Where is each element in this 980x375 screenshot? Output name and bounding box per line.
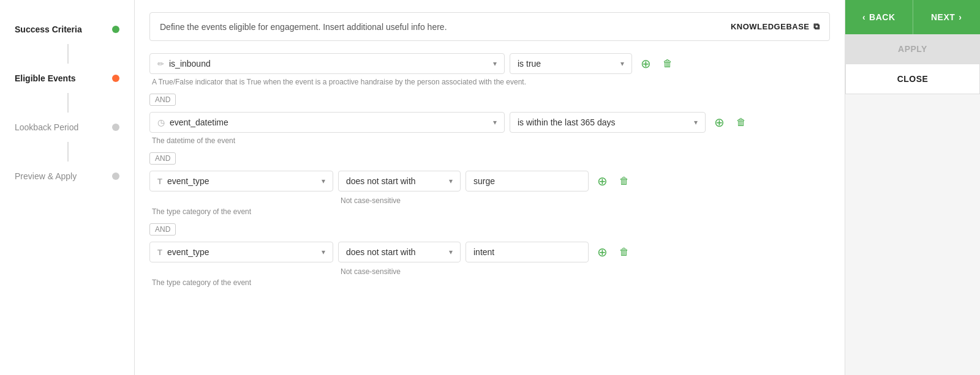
operator-select-event-type-1[interactable]: does not start with ▾ xyxy=(338,171,461,191)
field-select-event-type-1[interactable]: T event_type ▾ xyxy=(149,171,333,191)
close-button[interactable]: CLOSE xyxy=(845,64,980,94)
filter-row-2: ◷ event_datetime ▾ is within the last 36… xyxy=(149,112,830,133)
value-input-intent[interactable] xyxy=(466,242,589,262)
text-type-icon: T xyxy=(157,248,162,257)
sidebar-item-eligible-events[interactable]: Eligible Events xyxy=(0,64,134,93)
chevron-down-icon: ▾ xyxy=(322,177,325,185)
apply-button: APPLY xyxy=(845,34,980,64)
sidebar-item-lookback-period[interactable]: Lookback Period xyxy=(0,113,134,142)
operator-label-datetime: is within the last 365 days xyxy=(518,117,689,127)
add-filter-button-3[interactable]: ⊕ xyxy=(594,173,611,190)
sidebar-item-label: Success Criteria xyxy=(15,24,82,34)
top-buttons: ‹ BACK NEXT › xyxy=(845,0,980,34)
delete-filter-button-3[interactable]: 🗑 xyxy=(616,173,633,190)
knowledgebase-label: KNOWLEDGEBASE xyxy=(731,22,810,31)
filter-section-3: T event_type ▾ does not start with ▾ ⊕ 🗑… xyxy=(149,171,830,216)
operator-select-inbound[interactable]: is true ▾ xyxy=(510,53,632,74)
chevron-down-icon: ▾ xyxy=(322,248,325,256)
next-arrow-icon: › xyxy=(959,12,962,22)
chevron-down-icon: ▾ xyxy=(493,118,497,127)
external-link-icon: ⧉ xyxy=(813,21,820,32)
edit-icon: ✏ xyxy=(157,59,164,69)
sidebar: Success Criteria Eligible Events Lookbac… xyxy=(0,0,135,375)
chevron-down-icon: ▾ xyxy=(449,248,453,256)
operator-select-datetime[interactable]: is within the last 365 days ▾ xyxy=(510,112,706,133)
operator-select-event-type-2[interactable]: does not start with ▾ xyxy=(338,242,461,262)
close-label: CLOSE xyxy=(897,74,929,84)
header-description: Define the events eligible for engagemen… xyxy=(160,22,447,32)
text-type-icon: T xyxy=(157,177,162,186)
sidebar-item-label: Lookback Period xyxy=(15,122,78,132)
delete-filter-button-4[interactable]: 🗑 xyxy=(616,243,633,261)
sidebar-connector xyxy=(67,93,69,113)
filter-row-3: T event_type ▾ does not start with ▾ ⊕ 🗑 xyxy=(149,171,830,191)
sidebar-item-success-criteria[interactable]: Success Criteria xyxy=(0,15,134,44)
filter-3-sub: Not case-sensitive xyxy=(149,195,830,205)
header-bar: Define the events eligible for engagemen… xyxy=(149,12,830,41)
value-input-surge[interactable] xyxy=(466,171,589,191)
field-description-4: The type category of the event xyxy=(149,278,830,287)
sidebar-connector xyxy=(67,142,69,162)
back-label: BACK xyxy=(869,12,895,22)
add-filter-button-2[interactable]: ⊕ xyxy=(710,114,728,131)
filter-section-1: ✏ is_inbound ▾ is true ▾ ⊕ 🗑 A True/Fals… xyxy=(149,53,830,86)
add-filter-button-4[interactable]: ⊕ xyxy=(594,243,611,261)
field-select-inbound[interactable]: ✏ is_inbound ▾ xyxy=(149,53,505,74)
filter-4-sub: Not case-sensitive xyxy=(149,266,830,276)
field-select-event-type-2[interactable]: T event_type ▾ xyxy=(149,242,333,262)
apply-label: APPLY xyxy=(898,44,927,54)
knowledgebase-link[interactable]: KNOWLEDGEBASE ⧉ xyxy=(731,21,820,32)
filter-section-4: T event_type ▾ does not start with ▾ ⊕ 🗑… xyxy=(149,242,830,287)
filter-row-4: T event_type ▾ does not start with ▾ ⊕ 🗑 xyxy=(149,242,830,262)
operator-label-event-type-1: does not start with xyxy=(346,176,444,186)
field-label-datetime: event_datetime xyxy=(170,117,488,127)
not-case-sensitive-2: Not case-sensitive xyxy=(338,267,830,276)
main-content: Define the events eligible for engagemen… xyxy=(135,0,845,375)
right-panel: ‹ BACK NEXT › APPLY CLOSE xyxy=(845,0,980,375)
chevron-down-icon: ▾ xyxy=(449,177,453,185)
chevron-down-icon: ▾ xyxy=(493,59,497,68)
and-badge-1: AND xyxy=(149,94,176,106)
chevron-down-icon: ▾ xyxy=(620,59,624,68)
field-description-1: A True/False indicator that is True when… xyxy=(149,78,830,86)
eligible-events-dot xyxy=(112,75,119,82)
filter-section-2: ◷ event_datetime ▾ is within the last 36… xyxy=(149,112,830,145)
field-label-inbound: is_inbound xyxy=(169,59,488,69)
delete-filter-button-1[interactable]: 🗑 xyxy=(659,55,676,72)
clock-icon: ◷ xyxy=(157,117,165,127)
and-badge-2: AND xyxy=(149,152,176,165)
operator-label-inbound: is true xyxy=(518,59,616,69)
lookback-period-dot xyxy=(112,124,119,131)
sidebar-item-label: Preview & Apply xyxy=(15,171,77,181)
sidebar-item-label: Eligible Events xyxy=(15,73,76,83)
not-case-sensitive-1: Not case-sensitive xyxy=(338,196,830,205)
operator-label-event-type-2: does not start with xyxy=(346,247,444,257)
field-description-3: The type category of the event xyxy=(149,207,830,216)
back-button[interactable]: ‹ BACK xyxy=(845,0,913,34)
delete-filter-button-2[interactable]: 🗑 xyxy=(733,114,750,131)
and-badge-3: AND xyxy=(149,223,176,236)
field-select-datetime[interactable]: ◷ event_datetime ▾ xyxy=(149,112,505,133)
sidebar-connector xyxy=(67,44,69,64)
filter-row-1: ✏ is_inbound ▾ is true ▾ ⊕ 🗑 xyxy=(149,53,830,74)
field-description-2: The datetime of the event xyxy=(149,136,830,145)
next-button[interactable]: NEXT › xyxy=(913,0,981,34)
sidebar-item-preview-apply[interactable]: Preview & Apply xyxy=(0,162,134,191)
chevron-down-icon: ▾ xyxy=(694,118,698,127)
add-filter-button-1[interactable]: ⊕ xyxy=(637,55,654,72)
success-criteria-dot xyxy=(112,26,119,33)
preview-apply-dot xyxy=(112,173,119,180)
back-arrow-icon: ‹ xyxy=(862,12,865,22)
next-label: NEXT xyxy=(931,12,955,22)
field-label-event-type-2: event_type xyxy=(167,247,317,257)
field-label-event-type-1: event_type xyxy=(167,176,317,186)
